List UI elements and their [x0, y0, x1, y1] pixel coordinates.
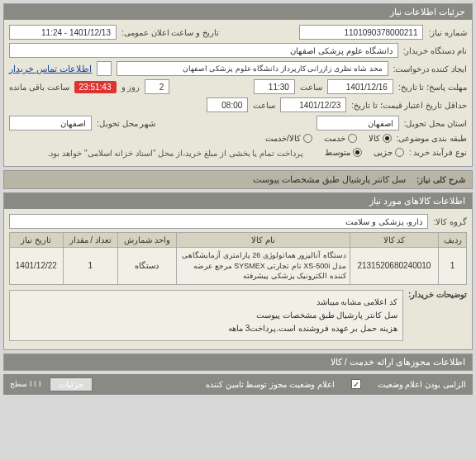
province-label: استان محل تحویل: — [404, 119, 467, 128]
cell-row: 1 — [439, 248, 467, 285]
category-radio-group: کالا خدمت کالا/خدمت — [265, 134, 392, 143]
items-table: ردیف کد کالا نام کالا واحد شمارش تعداد /… — [9, 232, 467, 285]
note-line-1: کد اعلامی مشابه میباشد — [15, 296, 397, 309]
radio-service[interactable] — [348, 134, 357, 143]
validity-date: 1401/12/23 — [280, 97, 346, 112]
req-number-value: 1101090378000211 — [299, 25, 423, 40]
radio-goods[interactable] — [383, 134, 392, 143]
items-panel: اطلاعات کالاهای مورد نیاز گروه کالا: دار… — [3, 192, 473, 350]
note-line-3: هزینه حمل بر عهده فروشنده است.پرداخت3 ما… — [15, 322, 397, 335]
province-value: اصفهان — [317, 116, 399, 130]
items-panel-title: اطلاعات کالاهای مورد نیاز — [4, 193, 472, 209]
city-value: اصفهان — [9, 116, 92, 130]
status-label: اعلام وضعیت مجوز توسط تامین کننده — [206, 380, 335, 389]
cell-need-date: 1401/12/22 — [10, 248, 64, 285]
levels-text: ا ا ا سطح — [10, 380, 41, 388]
deadline-time-label: ساعت — [300, 83, 322, 92]
need-details-panel: جزئیات اطلاعات نیاز شماره نیاز: 11010903… — [3, 3, 473, 167]
radio-small-label: جزیی — [374, 148, 393, 157]
buyer-notes-box: کد اعلامی مشابه میباشد سل کانتر پارشیال … — [9, 290, 403, 341]
contact-empty — [97, 61, 112, 76]
items-header-row: ردیف کد کالا نام کالا واحد شمارش تعداد /… — [10, 233, 467, 248]
col-need-date: تاریخ نیاز — [10, 233, 64, 248]
col-unit: واحد شمارش — [117, 233, 176, 248]
validity-label: حداقل تاریخ اعتبار قیمت؛ تا تاریخ: — [351, 101, 467, 110]
cell-unit: دستگاه — [117, 248, 176, 285]
col-code: کد کالا — [350, 233, 438, 248]
cell-name: دستگاه آنالیزور هماتولوژی 26 پارامتری آز… — [176, 248, 350, 285]
countdown-badge: 23:51:43 — [74, 81, 117, 93]
radio-service-label: خدمت — [324, 134, 345, 143]
buyer-contact-link[interactable]: اطلاعات تماس خریدار — [9, 64, 92, 74]
days-left: 2 — [145, 79, 169, 94]
col-qty: تعداد / مقدار — [63, 233, 117, 248]
details-button[interactable]: جزئیات — [50, 377, 93, 391]
group-label: گروه کالا: — [433, 217, 467, 226]
group-value: دارو، پزشکی و سلامت — [9, 214, 428, 229]
mandatory-checkbox[interactable] — [351, 379, 361, 389]
general-desc-label: شرح کلی نیاز: — [416, 175, 465, 184]
bottom-bar: الزامی بودن اعلام وضعیت اعلام وضعیت مجوز… — [3, 374, 473, 395]
cell-code: 2131520680240010 — [350, 248, 438, 285]
radio-goods-service[interactable] — [303, 134, 312, 143]
panel-title: جزئیات اطلاعات نیاز — [4, 4, 472, 20]
general-desc-section: شرح کلی نیاز: سل کانتر پارشیال طبق مشخصا… — [3, 170, 473, 189]
radio-medium-label: متوسط — [325, 148, 350, 157]
deadline-label: مهلت پاسخ؛ تا تاریخ: — [398, 83, 467, 92]
buyer-notes-label: توضیحات خریدار: — [408, 290, 467, 299]
payment-note: پرداخت تمام یا بخشی از مبلغ خرید،از محل … — [48, 149, 303, 158]
city-label: شهر محل تحویل: — [97, 119, 155, 128]
validity-time: 08:00 — [207, 97, 248, 112]
radio-medium[interactable] — [353, 148, 362, 157]
requester-value: محد شاه نظری زازرانی کارپرداز دانشگاه عل… — [117, 61, 388, 76]
deadline-date: 1401/12/16 — [327, 79, 393, 94]
note-line-2: سل کانتر پارشیال طبق مشخصات پیوست — [15, 309, 397, 322]
public-date-value: 1401/12/13 - 11:24 — [9, 25, 117, 40]
days-label: روز و — [121, 83, 140, 92]
buyer-label: نام دستگاه خریدار: — [403, 46, 467, 55]
table-row: 1 2131520680240010 دستگاه آنالیزور هماتو… — [10, 248, 467, 285]
permits-panel: اطلاعات مجوزهای ارائه خدمت / کالا — [3, 353, 473, 371]
req-number-label: شماره نیاز: — [428, 28, 467, 37]
category-label: طبقه بندی موضوعی: — [397, 134, 467, 143]
countdown-label: ساعت باقی مانده — [9, 83, 69, 92]
deadline-time: 11:30 — [254, 79, 295, 94]
buyer-value: دانشگاه علوم پزشکی اصفهان — [9, 43, 398, 58]
requester-label: ایجاد کننده درخواست: — [393, 64, 467, 74]
general-desc-value: سل کانتر پارشیال طبق مشخصات پیوست — [253, 174, 406, 184]
radio-small[interactable] — [395, 148, 404, 157]
purchase-type-label: نوع فرآیند خرید : — [409, 148, 467, 157]
radio-goods-label: کالا — [369, 134, 380, 143]
col-name: نام کالا — [176, 233, 350, 248]
permits-title: اطلاعات مجوزهای ارائه خدمت / کالا — [4, 354, 472, 370]
public-date-label: تاریخ و ساعت اعلان عمومی: — [121, 28, 219, 37]
radio-goods-service-label: کالا/خدمت — [265, 134, 301, 143]
mandatory-label: الزامی بودن اعلام وضعیت — [378, 380, 466, 389]
validity-time-label: ساعت — [253, 101, 275, 110]
col-row: ردیف — [439, 233, 467, 248]
purchase-type-radio-group: جزیی متوسط — [325, 148, 404, 157]
cell-qty: 1 — [63, 248, 117, 285]
